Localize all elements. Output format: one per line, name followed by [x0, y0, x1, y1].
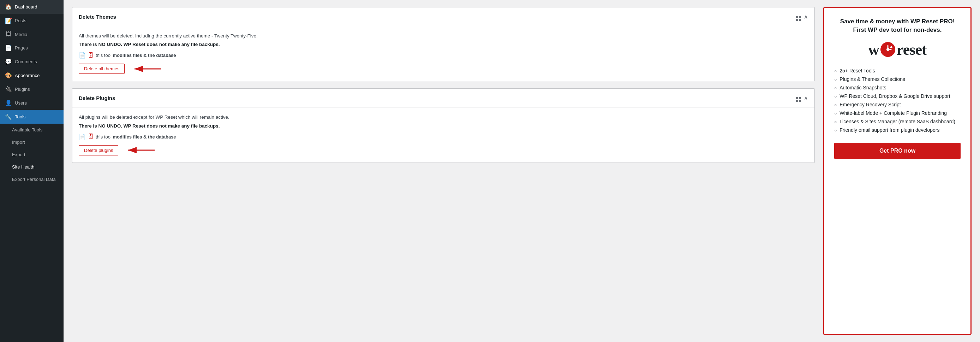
file-icon-2: 📄	[79, 134, 86, 140]
grid-view-icon[interactable]	[796, 12, 801, 21]
logo-text-reset: reset	[897, 41, 927, 59]
grid-dot-5	[796, 97, 798, 99]
grid-dot-3	[796, 19, 798, 21]
import-label: Import	[12, 139, 25, 145]
grid-dot-1	[796, 16, 798, 18]
delete-plugins-header-icons: ∧	[796, 94, 808, 102]
feature-item-1: Plugins & Themes Collections	[834, 75, 961, 83]
pages-icon: 📄	[5, 45, 12, 51]
tools-icon: 🔧	[5, 113, 12, 120]
sidebar-item-site-health[interactable]: Site Health	[0, 161, 64, 173]
feature-item-0: 25+ Reset Tools	[834, 66, 961, 75]
sidebar-item-label: Comments	[15, 59, 37, 64]
delete-themes-card-header: Delete Themes ∧	[72, 7, 815, 26]
grid-icon-inner	[796, 16, 801, 21]
grid-dot-6	[799, 97, 801, 99]
grid-dot-7	[796, 100, 798, 102]
appearance-icon: 🎨	[5, 72, 12, 79]
export-label: Export	[12, 152, 25, 157]
delete-themes-warning: There is NO UNDO. WP Reset does not make…	[79, 42, 808, 47]
pro-panel-headline: Save time & money with WP Reset PRO! Fir…	[834, 17, 961, 34]
feature-item-3: WP Reset Cloud, Dropbox & Google Drive s…	[834, 92, 961, 100]
sidebar-item-export[interactable]: Export	[0, 149, 64, 161]
tools-submenu: Available Tools Import Export Site Healt…	[0, 124, 64, 185]
wpreset-logo: w reset	[868, 41, 926, 59]
sidebar-item-label: Posts	[15, 18, 27, 23]
logo-text-w: w	[868, 41, 879, 59]
delete-plugins-title: Delete Plugins	[79, 95, 115, 101]
get-pro-button[interactable]: Get PRO now	[834, 143, 961, 159]
arrow-svg-themes	[131, 64, 163, 74]
sidebar-item-label: Appearance	[15, 73, 40, 78]
sidebar-item-available-tools[interactable]: Available Tools	[0, 124, 64, 136]
plugins-icon: 🔌	[5, 86, 12, 93]
arrow-indicator-themes	[131, 64, 163, 74]
sidebar-item-pages[interactable]: 📄 Pages	[0, 41, 64, 55]
posts-icon: 📝	[5, 17, 12, 24]
chevron-up-icon[interactable]: ∧	[804, 13, 808, 20]
sidebar-item-dashboard[interactable]: 🏠 Dashboard	[0, 0, 64, 14]
grid-dot-4	[799, 19, 801, 21]
grid-dot-8	[799, 100, 801, 102]
grid-icon-inner-2	[796, 97, 801, 102]
available-tools-label: Available Tools	[12, 127, 42, 133]
modifies-text: this tool modifies files & the database	[95, 53, 176, 58]
sidebar-item-comments[interactable]: 💬 Comments	[0, 55, 64, 69]
grid-dot-2	[799, 16, 801, 18]
pro-panel: Save time & money with WP Reset PRO! Fir…	[823, 7, 972, 335]
sidebar-item-appearance[interactable]: 🎨 Appearance	[0, 69, 64, 82]
sidebar: 🏠 Dashboard 📝 Posts 🖼 Media 📄 Pages 💬 Co…	[0, 0, 64, 342]
database-icon: 🗄	[88, 52, 94, 59]
sidebar-item-label: Dashboard	[15, 4, 37, 10]
sidebar-item-label: Media	[15, 32, 27, 37]
content-area: Delete Themes ∧ All themes will be delet…	[72, 7, 815, 335]
media-icon: 🖼	[5, 31, 12, 37]
feature-item-4: Emergency Recovery Script	[834, 100, 961, 109]
sidebar-item-export-personal-data[interactable]: Export Personal Data	[0, 173, 64, 185]
modifies-bold: modifies files & the database	[113, 53, 176, 58]
feature-item-5: White-label Mode + Complete Plugin Rebra…	[834, 109, 961, 117]
sidebar-item-import[interactable]: Import	[0, 136, 64, 149]
sidebar-item-label: Users	[15, 100, 27, 105]
feature-item-2: Automatic Snapshots	[834, 83, 961, 92]
delete-plugins-tool-icons-row: 📄 🗄 this tool modifies files & the datab…	[79, 134, 808, 140]
feature-list: 25+ Reset Tools Plugins & Themes Collect…	[834, 66, 961, 134]
sidebar-item-plugins[interactable]: 🔌 Plugins	[0, 82, 64, 96]
sidebar-item-posts[interactable]: 📝 Posts	[0, 14, 64, 27]
delete-plugins-warning: There is NO UNDO. WP Reset does not make…	[79, 123, 808, 129]
logo-icon	[880, 42, 896, 58]
grid-view-icon-2[interactable]	[796, 94, 801, 102]
sidebar-item-tools[interactable]: 🔧 Tools	[0, 110, 64, 124]
delete-themes-btn-row: Delete all themes	[79, 64, 808, 74]
delete-all-themes-button[interactable]: Delete all themes	[79, 64, 125, 74]
users-icon: 👤	[5, 100, 12, 106]
feature-item-6: Licenses & Sites Manager (remote SaaS da…	[834, 117, 961, 126]
modifies-text-2: this tool modifies files & the database	[95, 134, 176, 139]
delete-plugins-button[interactable]: Delete plugins	[79, 145, 118, 155]
file-icon: 📄	[79, 52, 86, 59]
arrow-indicator-plugins	[125, 145, 156, 155]
delete-themes-tool-icons-row: 📄 🗄 this tool modifies files & the datab…	[79, 52, 808, 59]
delete-plugins-card: Delete Plugins ∧ All plugins will be del…	[72, 88, 815, 163]
dashboard-icon: 🏠	[5, 3, 12, 10]
delete-plugins-card-header: Delete Plugins ∧	[72, 89, 815, 107]
export-personal-data-label: Export Personal Data	[12, 177, 56, 182]
main-content: Delete Themes ∧ All themes will be delet…	[64, 0, 980, 342]
delete-themes-card: Delete Themes ∧ All themes will be delet…	[72, 7, 815, 81]
feature-item-7: Friendly email support from plugin devel…	[834, 126, 961, 134]
logo-svg	[880, 42, 896, 58]
sidebar-item-users[interactable]: 👤 Users	[0, 96, 64, 110]
chevron-up-icon-2[interactable]: ∧	[804, 95, 808, 101]
delete-plugins-card-body: All plugins will be deleted except for W…	[72, 107, 815, 162]
modifies-bold-2: modifies files & the database	[113, 134, 176, 139]
database-icon-2: 🗄	[88, 134, 94, 140]
delete-themes-card-body: All themes will be deleted. Including th…	[72, 26, 815, 81]
arrow-svg-plugins	[125, 145, 156, 155]
delete-plugins-btn-row: Delete plugins	[79, 145, 808, 155]
sidebar-item-label: Plugins	[15, 86, 30, 92]
sidebar-item-label: Pages	[15, 45, 28, 51]
sidebar-item-media[interactable]: 🖼 Media	[0, 27, 64, 41]
svg-point-5	[886, 48, 889, 51]
delete-themes-description: All themes will be deleted. Including th…	[79, 32, 808, 40]
delete-themes-title: Delete Themes	[79, 14, 116, 20]
